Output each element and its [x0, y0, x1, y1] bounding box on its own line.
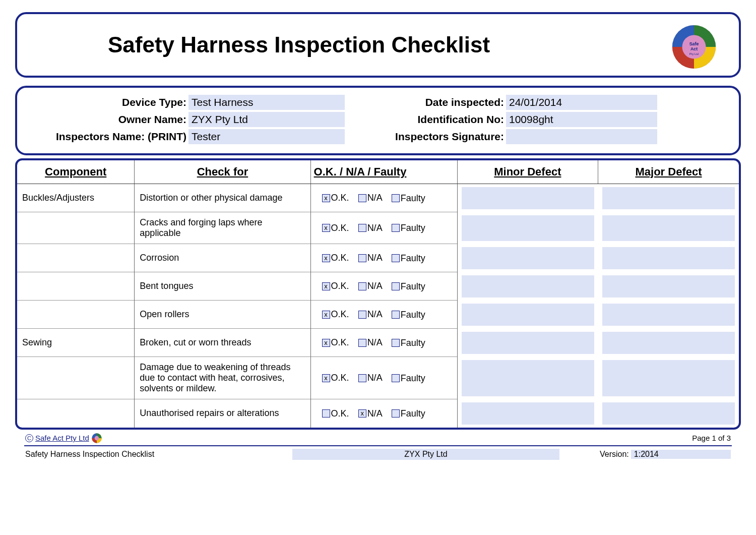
- na-checkbox[interactable]: [358, 282, 366, 290]
- major-defect-cell[interactable]: [598, 184, 739, 212]
- device-type-value[interactable]: Test Harness: [188, 95, 345, 110]
- ok-label: O.K.: [331, 281, 349, 291]
- faulty-label: Faulty: [401, 223, 425, 233]
- na-checkbox[interactable]: [358, 254, 366, 262]
- minor-defect-cell[interactable]: [457, 272, 598, 301]
- status-cell: O.K.N/AFaulty: [310, 184, 457, 212]
- ok-checkbox[interactable]: [322, 194, 330, 202]
- minor-defect-cell[interactable]: [457, 301, 598, 329]
- ok-checkbox[interactable]: [322, 254, 330, 262]
- faulty-checkbox[interactable]: [392, 409, 400, 418]
- footer-doc-name: Safety Harness Inspection Checklist: [25, 450, 252, 459]
- major-defect-cell[interactable]: [598, 329, 739, 357]
- table-row: SewingBroken, cut or worn threadsO.K.N/A…: [17, 329, 739, 357]
- ok-label: O.K.: [331, 337, 349, 347]
- status-cell: O.K.N/AFaulty: [310, 272, 457, 301]
- component-cell: [17, 301, 135, 329]
- na-checkbox[interactable]: [358, 224, 366, 232]
- major-defect-cell[interactable]: [598, 244, 739, 272]
- faulty-label: Faulty: [401, 373, 425, 383]
- status-cell: O.K.N/AFaulty: [310, 244, 457, 272]
- na-label: N/A: [367, 281, 383, 291]
- minor-defect-cell[interactable]: [457, 329, 598, 357]
- ok-label: O.K.: [331, 373, 349, 383]
- na-label: N/A: [367, 193, 383, 203]
- minor-defect-cell[interactable]: [457, 244, 598, 272]
- owner-name-label: Owner Name:: [27, 113, 188, 126]
- component-cell: Buckles/Adjusters: [17, 184, 135, 212]
- ok-checkbox[interactable]: [322, 224, 330, 232]
- table-row: Damage due to weakening of threads due t…: [17, 357, 739, 399]
- table-row: Cracks and forging laps where applicable…: [17, 212, 739, 244]
- date-inspected-value[interactable]: 24/01/2014: [506, 95, 657, 110]
- identification-no-label: Identification No:: [355, 113, 506, 126]
- faulty-checkbox[interactable]: [392, 282, 400, 290]
- faulty-label: Faulty: [401, 253, 425, 263]
- check-for-cell: Damage due to weakening of threads due t…: [135, 357, 310, 399]
- svg-text:Act: Act: [690, 46, 698, 51]
- svg-text:Safe: Safe: [689, 41, 699, 46]
- major-defect-cell[interactable]: [598, 272, 739, 301]
- na-checkbox[interactable]: [358, 409, 366, 418]
- version-value: 1:2014: [631, 450, 731, 459]
- minor-defect-cell[interactable]: [457, 357, 598, 399]
- na-label: N/A: [367, 223, 383, 233]
- faulty-checkbox[interactable]: [392, 311, 400, 319]
- minor-defect-cell[interactable]: [457, 184, 598, 212]
- na-label: N/A: [367, 408, 383, 419]
- minor-defect-cell[interactable]: [457, 399, 598, 428]
- ok-checkbox[interactable]: [322, 409, 330, 418]
- faulty-label: Faulty: [401, 193, 425, 203]
- major-defect-cell[interactable]: [598, 212, 739, 244]
- ok-checkbox[interactable]: [322, 282, 330, 290]
- faulty-checkbox[interactable]: [392, 339, 400, 347]
- na-checkbox[interactable]: [358, 374, 366, 382]
- inspectors-signature-value[interactable]: [506, 129, 657, 144]
- footer-divider: [24, 445, 732, 446]
- copyright: C Safe Act Pty Ltd: [25, 433, 102, 444]
- ok-checkbox[interactable]: [322, 374, 330, 382]
- inspectors-name-value[interactable]: Tester: [188, 129, 345, 144]
- ok-label: O.K.: [331, 193, 349, 203]
- col-component: Component: [17, 160, 135, 184]
- ok-checkbox[interactable]: [322, 339, 330, 347]
- company-logo: Safe Act Pty Ltd: [669, 22, 719, 74]
- inspectors-name-label: Inspectors Name: (PRINT): [27, 131, 188, 143]
- faulty-label: Faulty: [401, 281, 425, 291]
- copyright-text[interactable]: Safe Act Pty Ltd: [35, 434, 89, 442]
- na-label: N/A: [367, 253, 383, 263]
- na-label: N/A: [367, 309, 383, 319]
- check-for-cell: Distortion or other physical damage: [135, 184, 310, 212]
- faulty-checkbox[interactable]: [392, 194, 400, 202]
- check-for-cell: Unauthorised repairs or alterations: [135, 399, 310, 428]
- ok-checkbox[interactable]: [322, 311, 330, 319]
- title-panel: Safety Harness Inspection Checklist Safe…: [15, 12, 741, 78]
- identification-no-value[interactable]: 10098ght: [506, 112, 657, 127]
- minor-defect-cell[interactable]: [457, 212, 598, 244]
- small-logo-icon: [91, 433, 102, 444]
- component-cell: [17, 357, 135, 399]
- col-status: O.K. / N/A / Faulty: [310, 160, 457, 184]
- faulty-checkbox[interactable]: [392, 374, 400, 382]
- major-defect-cell[interactable]: [598, 301, 739, 329]
- check-for-cell: Broken, cut or worn threads: [135, 329, 310, 357]
- check-for-cell: Cracks and forging laps where applicable: [135, 212, 310, 244]
- major-defect-cell[interactable]: [598, 357, 739, 399]
- major-defect-cell[interactable]: [598, 399, 739, 428]
- footer-bottom: Safety Harness Inspection Checklist ZYX …: [15, 448, 741, 460]
- table-row: Unauthorised repairs or alterationsO.K.N…: [17, 399, 739, 428]
- na-checkbox[interactable]: [358, 339, 366, 347]
- na-checkbox[interactable]: [358, 311, 366, 319]
- na-label: N/A: [367, 373, 383, 383]
- checklist-table-panel: Component Check for O.K. / N/A / Faulty …: [15, 158, 741, 430]
- na-checkbox[interactable]: [358, 194, 366, 202]
- date-inspected-label: Date inspected:: [355, 96, 506, 108]
- copyright-icon: C: [25, 434, 33, 442]
- faulty-checkbox[interactable]: [392, 254, 400, 262]
- faulty-checkbox[interactable]: [392, 224, 400, 232]
- owner-name-value[interactable]: ZYX Pty Ltd: [188, 112, 345, 127]
- faulty-label: Faulty: [401, 337, 425, 347]
- ok-label: O.K.: [331, 223, 349, 233]
- na-label: N/A: [367, 337, 383, 347]
- ok-label: O.K.: [331, 309, 349, 319]
